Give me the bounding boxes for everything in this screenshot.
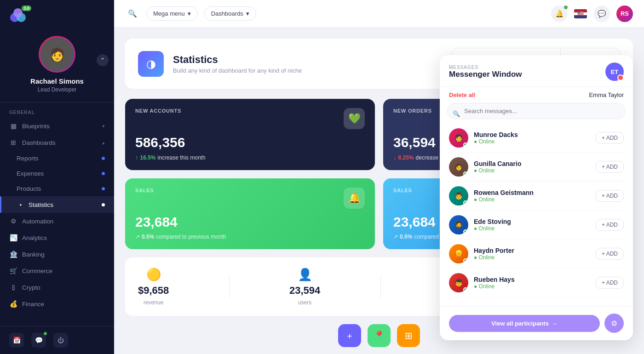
arrow-right-icon: → bbox=[552, 320, 558, 327]
contact-name: Rueben Hays bbox=[474, 276, 590, 283]
sidebar-item-label: Dashboards bbox=[22, 139, 56, 146]
contact-name: Gunilla Canario bbox=[474, 160, 590, 167]
dashboards-label: Dashboards bbox=[211, 10, 243, 17]
messages-section-label: MESSAGES bbox=[449, 65, 522, 70]
contact-item: 🧑 Munroe Dacks ● Online + ADD bbox=[447, 124, 626, 153]
bullet-icon: ● bbox=[17, 200, 25, 209]
sidebar-item-expenses[interactable]: Expenses bbox=[0, 166, 114, 181]
stat-change: ↑ 16.5% increase this month bbox=[135, 154, 365, 161]
fab-table-button[interactable]: ⊞ bbox=[397, 324, 420, 347]
contact-status: ● Online bbox=[474, 225, 590, 232]
language-selector[interactable]: 🇺🇸 bbox=[574, 9, 587, 18]
stat-card-new-accounts: NEW ACCOUNTS 💚 586,356 ↑ 16.5% increase … bbox=[125, 99, 375, 170]
fab-location-button[interactable]: 📍 bbox=[368, 324, 391, 347]
chat-button[interactable]: 💬 bbox=[593, 6, 610, 22]
sidebar-item-label: Reports bbox=[17, 155, 38, 162]
search-input[interactable] bbox=[447, 103, 626, 119]
calendar-button[interactable]: 📅 bbox=[9, 333, 24, 348]
dashboards-button[interactable]: Dashboards ▾ bbox=[204, 6, 256, 21]
sidebar-item-reports[interactable]: Reports bbox=[0, 151, 114, 166]
sidebar-item-label: Banking bbox=[22, 251, 45, 258]
view-all-button[interactable]: View all participants → bbox=[449, 315, 600, 332]
location-icon: 📍 bbox=[374, 330, 385, 341]
add-contact-button[interactable]: + ADD bbox=[596, 132, 624, 144]
online-dot bbox=[463, 171, 468, 176]
sidebar-item-label: Expenses bbox=[17, 170, 44, 177]
online-dot bbox=[463, 200, 468, 205]
sidebar-toggle-button[interactable]: ⌃ bbox=[97, 54, 109, 66]
messages-button[interactable]: 💬 bbox=[31, 333, 46, 348]
nav-dot-expenses bbox=[102, 172, 105, 175]
sidebar-item-finance[interactable]: 💰 Finance bbox=[0, 296, 114, 312]
contact-avatar: 🧔 bbox=[449, 215, 468, 234]
contact-status: ● Online bbox=[474, 254, 590, 261]
sidebar-item-analytics[interactable]: 📉 Analytics bbox=[0, 229, 114, 246]
user-avatar-button[interactable]: RS bbox=[616, 6, 633, 22]
contact-info: Gunilla Canario ● Online bbox=[474, 160, 590, 174]
online-dot bbox=[463, 229, 468, 234]
add-contact-button[interactable]: + ADD bbox=[596, 190, 624, 202]
stat-icon-box: 💚 bbox=[344, 108, 365, 129]
sidebar-item-blueprints[interactable]: ▦ Blueprints ▾ bbox=[0, 118, 114, 134]
sidebar-item-automation[interactable]: ⚙ Automation bbox=[0, 213, 114, 229]
notifications-button[interactable]: 🔔 bbox=[551, 6, 568, 22]
metric-value: 23,594 bbox=[289, 285, 320, 297]
chat-icon: 💬 bbox=[598, 10, 606, 18]
add-contact-button[interactable]: + ADD bbox=[596, 277, 624, 289]
view-all-label: View all participants bbox=[491, 320, 549, 327]
settings-button[interactable]: ⚙ bbox=[604, 314, 624, 333]
banking-icon: 🏦 bbox=[9, 250, 17, 258]
add-contact-button[interactable]: + ADD bbox=[596, 161, 624, 173]
stat-change: ↗ 0.5% compared to previous month bbox=[135, 234, 365, 240]
metric-value: $9,658 bbox=[138, 285, 169, 297]
sidebar-item-banking[interactable]: 🏦 Banking bbox=[0, 246, 114, 263]
contact-item: 👨 Rowena Geistmann ● Online + ADD bbox=[447, 182, 626, 211]
contact-status: ● Online bbox=[474, 167, 590, 174]
active-user-avatar[interactable]: ET bbox=[605, 63, 624, 81]
sidebar-item-commerce[interactable]: 🛒 Commerce bbox=[0, 263, 114, 279]
delete-all-button[interactable]: Delete all bbox=[449, 91, 475, 98]
add-icon: ＋ bbox=[345, 330, 354, 342]
chevron-down-icon: ▾ bbox=[102, 123, 105, 129]
contact-item: 👦 Rueben Hays ● Online + ADD bbox=[447, 268, 626, 297]
sidebar-item-dashboards[interactable]: ⊞ Dashboards ▴ bbox=[0, 134, 114, 151]
active-user-name: Emma Taylor bbox=[589, 91, 624, 98]
contact-status: ● Online bbox=[474, 283, 590, 290]
automation-icon: ⚙ bbox=[9, 217, 17, 225]
finance-icon: 💰 bbox=[9, 300, 17, 308]
metric-revenue: 🟡 $9,658 revenue bbox=[138, 268, 169, 306]
sidebar-item-crypto[interactable]: ₿ Crypto bbox=[0, 279, 114, 296]
contact-info: Rowena Geistmann ● Online bbox=[474, 189, 590, 203]
add-contact-button[interactable]: + ADD bbox=[596, 248, 624, 260]
content-area: ◑ Statistics Build any kind of dashboard… bbox=[114, 28, 644, 354]
mega-menu-button[interactable]: Mega menu ▾ bbox=[146, 6, 198, 21]
online-dot bbox=[463, 143, 468, 147]
metric-users: 👤 23,594 users bbox=[289, 268, 320, 306]
search-button[interactable]: 🔍 bbox=[125, 6, 140, 21]
down-arrow-icon: ↓ bbox=[393, 154, 397, 161]
contact-status: ● Online bbox=[474, 196, 590, 203]
svg-point-2 bbox=[13, 8, 23, 17]
messenger-title-area: MESSAGES Messenger Window bbox=[449, 65, 522, 79]
sidebar-item-statistics[interactable]: ● Statistics bbox=[0, 196, 114, 213]
stat-label: NEW ACCOUNTS bbox=[135, 108, 181, 114]
sidebar-logo: 3.0 bbox=[0, 0, 114, 29]
header-text: Statistics Build any kind of dashboard f… bbox=[173, 54, 302, 74]
revenue-icon: 🟡 bbox=[146, 268, 161, 282]
chevron-down-icon: ▾ bbox=[188, 10, 191, 17]
contact-item: 👱 Haydn Porter ● Online + ADD bbox=[447, 240, 626, 268]
sidebar-section-general: GENERAL bbox=[0, 103, 114, 118]
stat-label: NEW ORDERS bbox=[393, 108, 432, 114]
contact-name: Haydn Porter bbox=[474, 247, 590, 254]
fab-add-button[interactable]: ＋ bbox=[338, 324, 361, 347]
sidebar-item-label: Commerce bbox=[22, 268, 52, 274]
sidebar-item-products[interactable]: Products bbox=[0, 181, 114, 196]
contact-info: Ede Stoving ● Online bbox=[474, 218, 590, 232]
contact-list: 🧑 Munroe Dacks ● Online + ADD 👩 Gunilla … bbox=[440, 124, 633, 306]
add-contact-button[interactable]: + ADD bbox=[596, 219, 624, 231]
mega-menu-label: Mega menu bbox=[153, 10, 185, 17]
power-button[interactable]: ⏻ bbox=[53, 333, 68, 348]
contact-info: Munroe Dacks ● Online bbox=[474, 131, 590, 145]
contact-avatar: 👩 bbox=[449, 157, 468, 177]
commerce-icon: 🛒 bbox=[9, 267, 17, 275]
